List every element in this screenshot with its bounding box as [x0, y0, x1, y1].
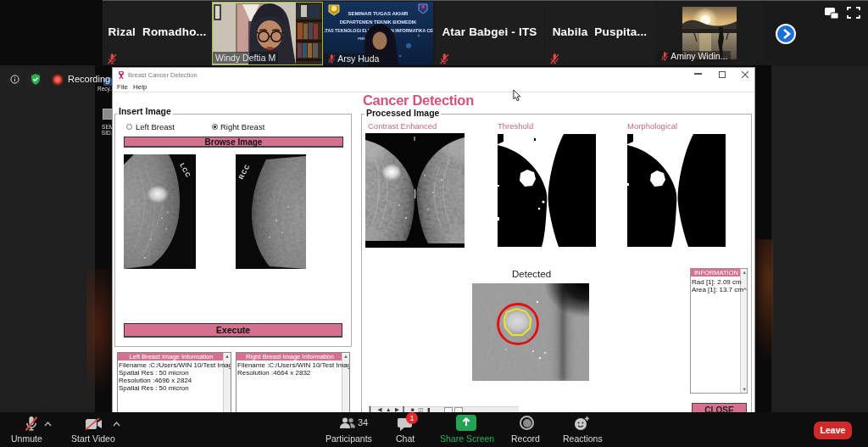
svg-text:SEMINAR TUGAS AKHIR: SEMINAR TUGAS AKHIR	[348, 11, 409, 16]
svg-text:DEPARTEMEN TEKNIK BIOMEDIK: DEPARTEMEN TEKNIK BIOMEDIK	[340, 20, 417, 25]
